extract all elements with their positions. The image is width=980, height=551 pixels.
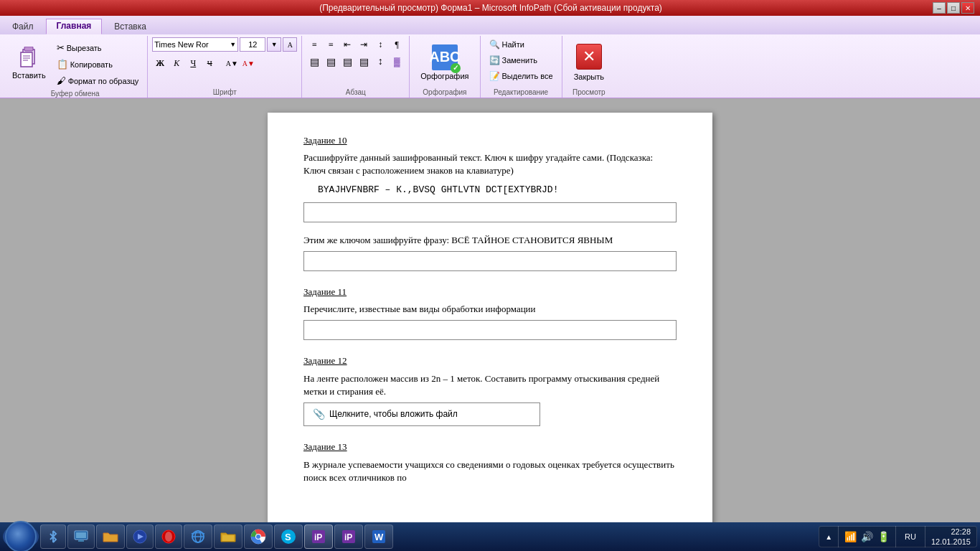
close-preview-button[interactable]: ✕ Закрыть: [567, 39, 611, 86]
title-bar: (Предварительный просмотр) Форма1 – Micr…: [0, 0, 980, 16]
task-10-title: Задание 10: [303, 134, 677, 147]
numbered-list-button[interactable]: ≡: [323, 37, 339, 52]
svg-point-20: [256, 534, 260, 539]
bullet-list-button[interactable]: ≡: [306, 37, 322, 52]
replace-button[interactable]: 🔄 Заменить: [485, 53, 542, 67]
tab-file[interactable]: Файл: [1, 19, 44, 34]
italic-button[interactable]: К: [169, 55, 184, 71]
taskbar-ie[interactable]: [184, 524, 212, 549]
format-painter-icon: 🖌: [57, 75, 66, 86]
align-right-button[interactable]: ▤: [339, 55, 355, 69]
paragraph-label: Абзац: [306, 88, 405, 96]
start-orb-icon: [5, 521, 37, 551]
underline-button[interactable]: Ч: [185, 55, 201, 71]
document-page: Задание 10 Расшифруйте данный зашифрован…: [268, 113, 712, 523]
spell-check-button[interactable]: ABC ✓ Орфография: [414, 39, 475, 86]
tray-divider: [838, 526, 839, 547]
highlight-color-button[interactable]: A▼: [224, 55, 240, 71]
cut-icon: ✂: [57, 42, 65, 53]
font-color-button[interactable]: A: [283, 37, 297, 52]
taskbar-infopath2[interactable]: iP: [334, 524, 363, 549]
shading-button[interactable]: ▓: [389, 55, 405, 69]
ribbon-group-clipboard: Вставить ✂ Вырезать 📋 Копировать 🖌 Форма…: [3, 36, 148, 98]
select-all-button[interactable]: 📝 Выделить все: [485, 69, 557, 83]
svg-text:W: W: [374, 532, 384, 542]
task-13-title: Задание 13: [303, 441, 677, 453]
task-11-answer-box[interactable]: [303, 320, 677, 340]
bold-button[interactable]: Ж: [152, 55, 168, 71]
taskbar-chrome[interactable]: [244, 524, 273, 549]
svg-rect-1: [24, 47, 33, 51]
svg-point-13: [165, 532, 172, 542]
file-attach-button[interactable]: 📎 Щелкните, чтобы вложить файл: [303, 402, 540, 427]
sort-button[interactable]: ↕: [372, 37, 388, 52]
cut-button[interactable]: ✂ Вырезать: [52, 40, 143, 55]
find-button[interactable]: 🔍 Найти: [485, 37, 529, 52]
font-size-selector[interactable]: 12: [240, 37, 265, 52]
tab-insert[interactable]: Вставка: [103, 19, 157, 34]
attach-icon: 📎: [313, 408, 325, 422]
taskbar-folder2[interactable]: [214, 524, 242, 549]
close-button[interactable]: ✕: [961, 2, 974, 14]
list-buttons-row: ≡ ≡ ⇤ ⇥ ↕ ¶: [306, 37, 405, 52]
ribbon-group-view: ✕ Закрыть Просмотр: [562, 36, 616, 98]
taskbar-bluetooth[interactable]: [40, 524, 66, 549]
find-label: Найти: [502, 40, 524, 49]
ribbon-group-paragraph: ≡ ≡ ⇤ ⇥ ↕ ¶ ▤ ▤ ▤ ▤ ↕ ▓ Абзац: [302, 36, 410, 98]
ribbon-group-spell: ABC ✓ Орфография Орфография: [410, 36, 480, 98]
svg-text:iP: iP: [344, 532, 352, 542]
format-buttons-row: Ж К Ч Ч A▼ A▼: [152, 55, 256, 71]
font-color-dropdown-button[interactable]: A▼: [240, 55, 256, 71]
task-12-section: Задание 12 На ленте расположен массив из…: [303, 354, 677, 426]
task-10-answer-box-2[interactable]: [303, 251, 677, 271]
task-11-text: Перечислите, известные вам виды обработк…: [303, 303, 677, 316]
increase-indent-button[interactable]: ⇥: [356, 37, 372, 52]
taskbar-opera[interactable]: [155, 524, 182, 549]
strikethrough-button[interactable]: Ч: [202, 55, 217, 71]
copy-button[interactable]: 📋 Копировать: [52, 57, 143, 72]
tab-home[interactable]: Главная: [46, 19, 103, 34]
task-10-encrypted: BYAJHVFNBRF – К.,BVSQ GHTLVTN DCT[EXTYBR…: [303, 184, 677, 197]
maximize-button[interactable]: □: [947, 2, 960, 14]
taskbar-word[interactable]: W: [364, 524, 393, 549]
alignment-buttons-row: ▤ ▤ ▤ ▤ ↕ ▓: [306, 55, 405, 69]
find-icon: 🔍: [489, 39, 500, 50]
decrease-indent-button[interactable]: ⇤: [339, 37, 355, 52]
select-all-icon: 📝: [489, 71, 500, 81]
ribbon-group-font: Times New Ror ▼ 12 ▼ A Ж К Ч Ч A▼: [148, 36, 302, 98]
font-family-selector[interactable]: Times New Ror ▼: [152, 37, 238, 52]
task-12-text: На ленте расположен массив из 2n – 1 мет…: [303, 372, 677, 398]
taskbar-monitor[interactable]: [67, 524, 95, 549]
start-button[interactable]: [3, 524, 39, 549]
task-10-answer-box-1[interactable]: [303, 202, 677, 222]
font-selector-row: Times New Ror ▼ 12 ▼ A: [152, 37, 297, 52]
language-button[interactable]: RU: [902, 531, 919, 542]
taskbar-folder1[interactable]: [96, 524, 125, 549]
tray-divider3: [925, 526, 925, 547]
taskbar-skype[interactable]: S: [274, 524, 303, 549]
paste-button[interactable]: Вставить: [7, 39, 51, 87]
align-left-button[interactable]: ▤: [306, 55, 322, 69]
task-12-title: Задание 12: [303, 354, 677, 367]
justify-button[interactable]: ▤: [356, 55, 372, 69]
taskbar-infopath1[interactable]: iP: [304, 524, 333, 549]
taskbar-media[interactable]: [126, 524, 154, 549]
task-13-text: В журнале успеваемости учащихся со сведе…: [303, 458, 677, 484]
show-hidden-icons-button[interactable]: ▲: [825, 533, 832, 541]
format-painter-button[interactable]: 🖌 Формат по образцу: [52, 73, 143, 88]
show-formatting-button[interactable]: ¶: [389, 37, 405, 52]
minimize-button[interactable]: –: [933, 2, 946, 14]
font-size-down-button[interactable]: ▼: [267, 37, 281, 52]
close-preview-label: Закрыть: [574, 72, 604, 81]
font-family-dropdown-icon: ▼: [230, 41, 236, 48]
taskbar: S iP iP W ▲ 📶 🔊 🔋 RU 22:28 12.01.2015: [0, 522, 980, 551]
clock-date: 12.01.2015: [931, 537, 971, 547]
close-preview-icon: ✕: [576, 44, 602, 70]
battery-icon: 🔋: [877, 531, 890, 543]
title-bar-text: (Предварительный просмотр) Форма1 – Micr…: [49, 3, 933, 13]
task-10-text2: Этим же ключом зашифруйте фразу: ВСЁ ТАЙ…: [303, 234, 677, 247]
task-13-section: Задание 13 В журнале успеваемости учащих…: [303, 441, 677, 484]
line-spacing-button[interactable]: ↕: [372, 55, 388, 69]
task-10-section: Задание 10 Расшифруйте данный зашифрован…: [303, 134, 677, 271]
align-center-button[interactable]: ▤: [323, 55, 339, 69]
